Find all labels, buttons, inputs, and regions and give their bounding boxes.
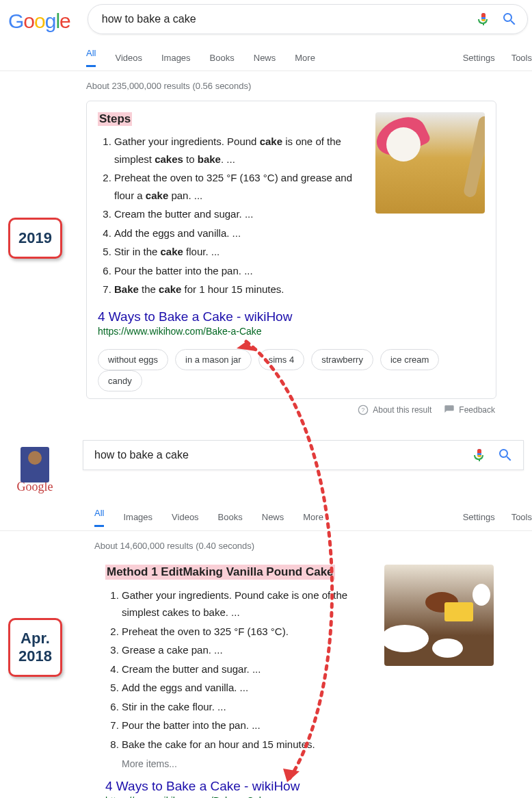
- feedback-link[interactable]: Feedback: [444, 404, 495, 415]
- chip[interactable]: in a mason jar: [175, 349, 252, 370]
- mic-icon[interactable]: [471, 447, 488, 463]
- tab-images[interactable]: Images: [123, 512, 152, 522]
- nav-tabs: All Images Videos Books News More Settin…: [94, 504, 532, 531]
- tab-all[interactable]: All: [86, 48, 96, 67]
- step-item: Add the eggs and vanilla. ...: [122, 679, 373, 697]
- chip[interactable]: ice cream: [380, 349, 439, 370]
- step-item: Grease a cake pan. ...: [122, 641, 373, 659]
- step-item: Bake the cake for an hour and 15 minutes…: [122, 736, 373, 754]
- feedback-icon: [444, 404, 455, 415]
- featured-snippet: Method 1 EditMaking Vanilla Pound Cake G…: [94, 561, 505, 799]
- year-badge-2018: Apr.2018: [8, 618, 62, 677]
- step-item: Cream the butter and sugar. ...: [122, 660, 373, 678]
- nav-tabs: All Videos Images Books News More Settin…: [86, 44, 532, 71]
- search-icon[interactable]: [497, 447, 514, 463]
- svg-text:?: ?: [362, 407, 365, 413]
- more-items[interactable]: More items...: [122, 758, 373, 769]
- search-box[interactable]: [83, 440, 524, 470]
- chip[interactable]: candy: [98, 370, 142, 391]
- tab-news[interactable]: News: [254, 53, 276, 63]
- step-item: Preheat the oven to 325 °F (163 °C) and …: [114, 169, 364, 204]
- tab-news[interactable]: News: [262, 512, 284, 522]
- serp-2019: Google All Videos Images Books News More…: [0, 0, 532, 421]
- step-item: Cream the butter and sugar. ...: [114, 205, 364, 223]
- about-result[interactable]: ? About this result: [358, 404, 431, 415]
- step-item: Gather your ingredients. Pound cake is o…: [114, 133, 364, 168]
- snippet-image[interactable]: [384, 565, 494, 666]
- search-input[interactable]: [94, 449, 462, 461]
- step-list: Gather your ingredients. Pound cake is o…: [105, 587, 373, 754]
- result-title-link[interactable]: 4 Ways to Bake a Cake - wikiHow: [105, 779, 494, 794]
- tab-videos[interactable]: Videos: [172, 512, 199, 522]
- step-item: Preheat the oven to 325 °F (163 °C).: [122, 623, 373, 641]
- tab-more[interactable]: More: [303, 512, 323, 522]
- snippet-heading: Method 1 EditMaking Vanilla Pound Cake: [105, 565, 335, 580]
- result-stats: About 14,600,000 results (0.40 seconds): [94, 531, 532, 561]
- serp-2018: Google All Images Videos Books News More…: [0, 436, 532, 799]
- step-item: Stir in the cake flour. ...: [114, 243, 364, 261]
- settings-link[interactable]: Settings: [463, 512, 495, 522]
- step-item: Pour the batter into the pan. ...: [114, 262, 364, 280]
- snippet-heading: Steps: [98, 112, 132, 126]
- step-item: Stir in the cake flour. ...: [122, 698, 373, 716]
- step-list: Gather your ingredients. Pound cake is o…: [98, 133, 364, 298]
- tab-books[interactable]: Books: [218, 512, 243, 522]
- search-icon[interactable]: [501, 11, 518, 27]
- settings-link[interactable]: Settings: [463, 53, 495, 63]
- tab-all[interactable]: All: [94, 508, 104, 527]
- chip[interactable]: without eggs: [98, 349, 168, 370]
- tools-link[interactable]: Tools: [511, 53, 532, 63]
- featured-snippet: Steps Gather your ingredients. Pound cak…: [86, 101, 496, 399]
- snippet-image[interactable]: [375, 112, 485, 214]
- chip[interactable]: sims 4: [258, 349, 305, 370]
- mic-icon[interactable]: [475, 11, 492, 27]
- help-icon: ?: [358, 404, 369, 415]
- related-chips: without eggsin a mason jarsims 4strawber…: [98, 349, 485, 391]
- step-item: Pour the batter into the pan. ...: [122, 717, 373, 734]
- search-box[interactable]: [88, 4, 528, 34]
- year-badge-2019: 2019: [8, 218, 62, 259]
- search-input[interactable]: [102, 13, 466, 25]
- google-doodle-logo[interactable]: Google: [4, 440, 66, 494]
- result-url: https://www.wikihow.com/Bake-a-Cake: [98, 326, 485, 337]
- tab-images[interactable]: Images: [161, 53, 191, 63]
- tools-link[interactable]: Tools: [511, 512, 532, 522]
- step-item: Bake the cake for 1 hour 15 minutes.: [114, 281, 364, 298]
- tab-more[interactable]: More: [295, 53, 315, 63]
- step-item: Gather your ingredients. Pound cake is o…: [122, 587, 373, 621]
- result-stats: About 235,000,000 results (0.56 seconds): [86, 71, 532, 101]
- chip[interactable]: strawberry: [311, 349, 373, 370]
- avatar-icon: [21, 447, 49, 482]
- step-item: Add the eggs and vanilla. ...: [114, 224, 364, 242]
- tab-books[interactable]: Books: [210, 53, 235, 63]
- tab-videos[interactable]: Videos: [115, 53, 142, 63]
- result-url: https://www.wikihow.com/Bake-a-Cake: [105, 795, 494, 798]
- snippet-footer: ? About this result Feedback: [86, 399, 496, 421]
- result-title-link[interactable]: 4 Ways to Bake a Cake - wikiHow: [98, 309, 485, 324]
- google-logo[interactable]: Google: [4, 4, 70, 33]
